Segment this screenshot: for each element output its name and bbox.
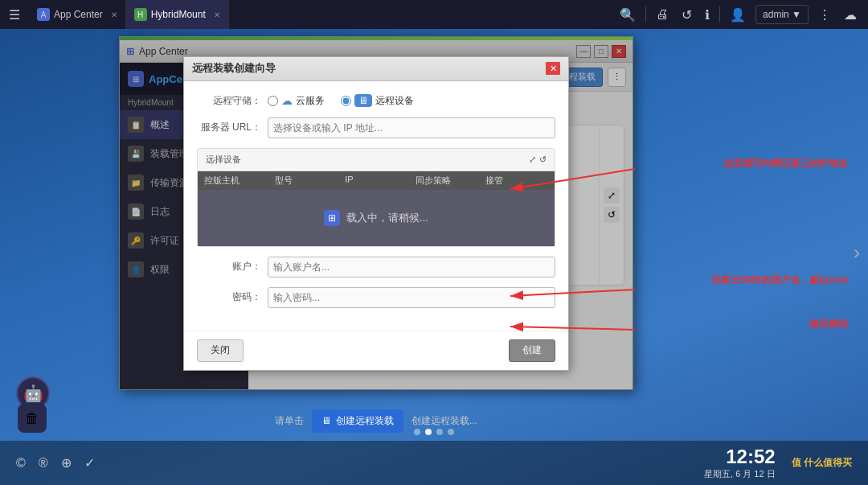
create-panel-icon: 🖥 (321, 415, 331, 426)
device-section-icons: ⤢ ↺ (529, 154, 547, 165)
password-row: 密码： (197, 287, 555, 308)
device-section-header: 远择设备 ⤢ ↺ (198, 149, 555, 171)
admin-button[interactable]: admin ▼ (755, 5, 809, 24)
panel-suffix-text: 创建远程装载... (411, 414, 477, 428)
dialog-footer: 关闭 创建 (184, 331, 568, 370)
loading-icon: ⊞ (324, 210, 340, 226)
close-dialog-button[interactable]: 关闭 (197, 339, 244, 362)
taskbar-top: ☰ A App Center ✕ H HybridMount ✕ 🔍 🖨 ↺ ℹ… (0, 0, 868, 29)
clock-date: 星期五, 6 月 12 日 (704, 468, 776, 480)
create-remote-panel-btn[interactable]: 🖥 创建远程装载 (312, 409, 403, 433)
remote-device-icon: 🖥 (354, 94, 372, 107)
print-icon[interactable]: 🖨 (653, 4, 672, 25)
col-model: 型号 (275, 175, 338, 187)
remote-storage-row: 远程守储： ☁ 云服务 🖥 (197, 94, 555, 108)
bottom-icon-0[interactable]: © (16, 456, 26, 471)
trash-icon-inner: 🗑 (18, 404, 47, 433)
dialog-titlebar: 远程装载创建向导 ✕ (184, 57, 568, 81)
device-table-headers: 控版主机 型号 IP 同步策略 接管 (198, 171, 555, 190)
cloud-service-icon: ☁ (281, 94, 293, 107)
create-wizard-dialog: 远程装载创建向导 ✕ 远程守储： ☁ 云服务 (183, 56, 569, 371)
tab-hybridmount[interactable]: H HybridMount ✕ (126, 0, 229, 29)
page-dots (414, 429, 454, 435)
col-ip: IP (345, 175, 407, 187)
remote-device-text: 远程设备 (375, 94, 414, 108)
cloud-service-text: 云服务 (296, 94, 325, 108)
remote-device-radio[interactable]: 🖥 远程设备 (341, 94, 414, 108)
device-section-label: 远择设备 (206, 154, 241, 166)
hybridmount-tab-icon: H (134, 8, 147, 21)
account-input[interactable] (268, 257, 555, 277)
bottom-panel: 请单击 🖥 创建远程装载 创建远程装载... (119, 405, 633, 437)
cloud-icon[interactable]: ☁ (841, 4, 860, 26)
server-url-label: 服务器 URL： (197, 121, 261, 134)
account-row: 账户： (197, 257, 555, 277)
remote-radio-label: 🖥 远程设备 (354, 94, 414, 108)
info-icon[interactable]: ℹ (702, 4, 713, 26)
taskbar-bottom: © ® ⊕ ✓ 12:52 星期五, 6 月 12 日 值 什么值得买 (0, 441, 868, 485)
bottom-center-icons: © ® ⊕ ✓ (16, 455, 95, 471)
divider-2 (719, 6, 720, 23)
admin-label: admin ▼ (763, 9, 801, 20)
tab-app-center-close[interactable]: ✕ (111, 10, 117, 19)
dialog-title: 远程装载创建向导 (192, 61, 276, 76)
bottom-icon-1[interactable]: ® (39, 456, 48, 471)
remote-storage-label: 远程守储： (197, 94, 261, 108)
account-label: 账户： (197, 260, 261, 273)
tab-app-center[interactable]: A App Center ✕ (29, 0, 126, 29)
annotation-ip-text: 这里填写内网玩客云的IP地址 (723, 158, 848, 169)
cloud-radio-input[interactable] (268, 96, 278, 106)
loading-text: 载入中，请稍候... (346, 211, 428, 225)
annotation-password: 填写密码 (809, 318, 848, 331)
create-dialog-button[interactable]: 创建 (509, 339, 555, 362)
annotation-password-text: 填写密码 (809, 319, 848, 330)
user-icon[interactable]: 👤 (727, 4, 749, 26)
tab-hybridmount-label: HybridMount (151, 9, 206, 20)
radio-group: ☁ 云服务 🖥 远程设备 (268, 94, 414, 108)
tab-app-center-label: App Center (54, 9, 103, 20)
server-url-input[interactable] (268, 117, 555, 138)
bottom-icon-3[interactable]: ✓ (84, 455, 95, 471)
bottom-icon-2[interactable]: ⊕ (61, 455, 72, 471)
brand-label: 值 什么值得买 (792, 456, 852, 470)
right-arrow[interactable]: › (854, 241, 860, 264)
server-url-row: 服务器 URL： (197, 117, 555, 138)
divider-1 (645, 6, 646, 23)
refresh-device-icon[interactable]: ↺ (539, 154, 547, 165)
more-options-icon[interactable]: ⋮ (815, 4, 834, 26)
create-panel-label: 创建远程装载 (336, 414, 394, 428)
tab-hybridmount-close[interactable]: ✕ (214, 10, 220, 19)
dialog-overlay: 远程装载创建向导 ✕ 远程守储： ☁ 云服务 (119, 36, 633, 390)
trash-icon[interactable]: 🗑 (18, 404, 47, 433)
col-sync: 同步策略 (416, 175, 478, 187)
bottom-right: 12:52 星期五, 6 月 12 日 值 什么值得买 (704, 446, 852, 480)
dot-0 (414, 429, 420, 435)
annotation-user-text: 玩客云SMB的用户名，默认root (711, 274, 848, 286)
desktop: ☰ A App Center ✕ H HybridMount ✕ 🔍 🖨 ↺ ℹ… (0, 0, 868, 485)
annotation-ip: 这里填写内网玩客云的IP地址 (723, 157, 848, 171)
dot-2 (436, 429, 443, 435)
hamburger-menu-icon[interactable]: ☰ (0, 0, 29, 29)
expand-device-icon[interactable]: ⤢ (529, 154, 536, 165)
cloud-radio-label: ☁ 云服务 (281, 94, 325, 108)
remote-radio-input[interactable] (341, 96, 351, 106)
cloud-service-radio[interactable]: ☁ 云服务 (268, 94, 325, 108)
app-center-tab-icon: A (37, 8, 50, 21)
dialog-close-icon[interactable]: ✕ (546, 62, 560, 75)
taskbar-right: 🔍 🖨 ↺ ℹ 👤 admin ▼ ⋮ ☁ (616, 4, 868, 26)
dot-1 (425, 429, 432, 435)
dot-3 (448, 429, 454, 435)
col-takeover: 接管 (485, 175, 548, 187)
device-loading-area: ⊞ 载入中，请稍候... (198, 190, 555, 246)
password-input[interactable] (268, 287, 555, 308)
col-host: 控版主机 (204, 175, 267, 187)
password-label: 密码： (197, 290, 261, 304)
clock-time: 12:52 (704, 446, 776, 468)
refresh-icon[interactable]: ↺ (678, 4, 695, 26)
dialog-body: 远程守储： ☁ 云服务 🖥 (184, 81, 568, 331)
annotation-user: 玩客云SMB的用户名，默认root (711, 273, 848, 287)
panel-text: 请单击 (275, 414, 304, 428)
search-icon[interactable]: 🔍 (616, 4, 639, 26)
app-tabs: A App Center ✕ H HybridMount ✕ (29, 0, 616, 29)
clock: 12:52 星期五, 6 月 12 日 (704, 446, 776, 480)
